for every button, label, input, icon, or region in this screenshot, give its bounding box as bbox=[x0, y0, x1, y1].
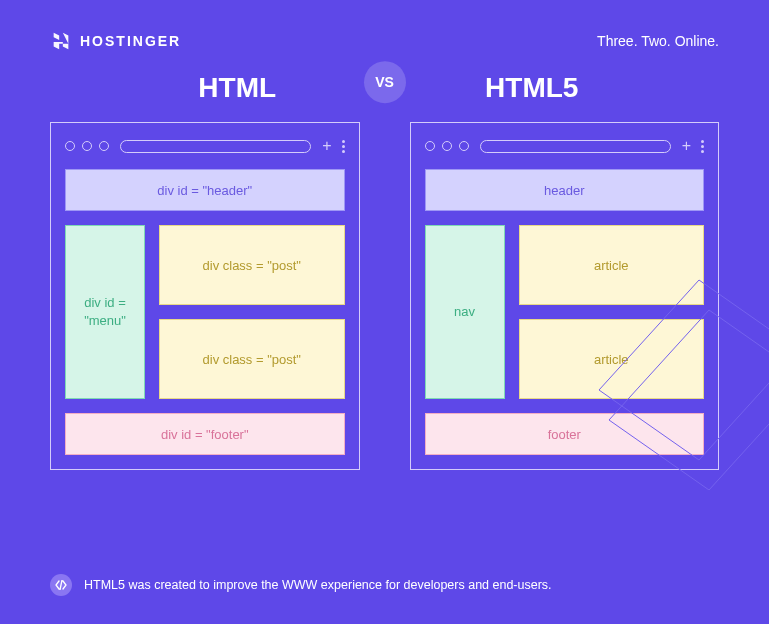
element-menu: div id = "menu" bbox=[65, 225, 145, 399]
new-tab-icon: + bbox=[682, 137, 691, 155]
header-bar: HOSTINGER Three. Two. Online. bbox=[0, 0, 769, 52]
element-article: article bbox=[519, 225, 705, 305]
element-post: div class = "post" bbox=[159, 225, 345, 305]
window-dot-icon bbox=[65, 141, 75, 151]
element-nav: nav bbox=[425, 225, 505, 399]
footnote-text: HTML5 was created to improve the WWW exp… bbox=[84, 578, 552, 592]
element-post: div class = "post" bbox=[159, 319, 345, 399]
browser-chrome: + bbox=[425, 137, 705, 155]
menu-kebab-icon bbox=[342, 140, 345, 153]
footnote: HTML5 was created to improve the WWW exp… bbox=[50, 574, 552, 596]
code-icon bbox=[50, 574, 72, 596]
middle-row: nav article article bbox=[425, 225, 705, 399]
browser-frame-html5: + header nav article article footer bbox=[410, 122, 720, 470]
element-header: header bbox=[425, 169, 705, 211]
window-dot-icon bbox=[442, 141, 452, 151]
title-left: HTML bbox=[90, 72, 385, 104]
window-dot-icon bbox=[459, 141, 469, 151]
middle-row: div id = "menu" div class = "post" div c… bbox=[65, 225, 345, 399]
browser-chrome: + bbox=[65, 137, 345, 155]
brand-tagline: Three. Two. Online. bbox=[597, 33, 719, 49]
vs-badge: VS bbox=[364, 61, 406, 103]
title-right: HTML5 bbox=[385, 72, 680, 104]
url-bar bbox=[120, 140, 311, 153]
element-footer: div id = "footer" bbox=[65, 413, 345, 455]
posts-column: div class = "post" div class = "post" bbox=[159, 225, 345, 399]
comparison-panels: + div id = "header" div id = "menu" div … bbox=[0, 104, 769, 470]
comparison-titles: HTML VS HTML5 bbox=[0, 52, 769, 104]
new-tab-icon: + bbox=[322, 137, 331, 155]
brand-name: HOSTINGER bbox=[80, 33, 181, 49]
url-bar bbox=[480, 140, 671, 153]
window-dot-icon bbox=[425, 141, 435, 151]
menu-kebab-icon bbox=[701, 140, 704, 153]
element-footer: footer bbox=[425, 413, 705, 455]
brand-logo: HOSTINGER bbox=[50, 30, 181, 52]
window-dot-icon bbox=[82, 141, 92, 151]
browser-frame-html: + div id = "header" div id = "menu" div … bbox=[50, 122, 360, 470]
element-article: article bbox=[519, 319, 705, 399]
hostinger-logo-icon bbox=[50, 30, 72, 52]
articles-column: article article bbox=[519, 225, 705, 399]
element-header: div id = "header" bbox=[65, 169, 345, 211]
window-dot-icon bbox=[99, 141, 109, 151]
